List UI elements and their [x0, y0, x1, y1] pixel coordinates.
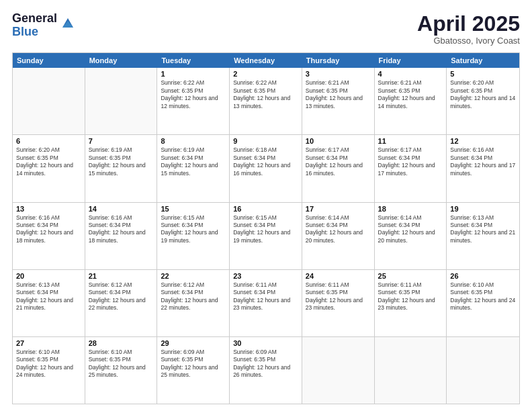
day-number: 27	[16, 339, 81, 347]
calendar-cell	[13, 68, 85, 134]
day-number: 16	[233, 205, 298, 213]
calendar-cell: 12Sunrise: 6:16 AM Sunset: 6:34 PM Dayli…	[447, 135, 519, 201]
cell-text: Sunrise: 6:20 AM Sunset: 6:35 PM Dayligh…	[16, 146, 73, 176]
cell-text: Sunrise: 6:16 AM Sunset: 6:34 PM Dayligh…	[450, 146, 515, 176]
cell-text: Sunrise: 6:12 AM Sunset: 6:34 PM Dayligh…	[89, 281, 146, 311]
cell-text: Sunrise: 6:09 AM Sunset: 6:35 PM Dayligh…	[161, 349, 218, 378]
day-number: 6	[16, 137, 81, 145]
logo-icon	[60, 15, 75, 30]
calendar-cell: 13Sunrise: 6:16 AM Sunset: 6:34 PM Dayli…	[13, 203, 85, 269]
day-number: 23	[233, 272, 298, 280]
cell-text: Sunrise: 6:19 AM Sunset: 6:35 PM Dayligh…	[89, 146, 146, 176]
calendar-cell: 25Sunrise: 6:11 AM Sunset: 6:35 PM Dayli…	[375, 270, 447, 336]
cell-text: Sunrise: 6:22 AM Sunset: 6:35 PM Dayligh…	[233, 79, 290, 109]
cell-text: Sunrise: 6:12 AM Sunset: 6:34 PM Dayligh…	[161, 281, 218, 311]
calendar-row: 6Sunrise: 6:20 AM Sunset: 6:35 PM Daylig…	[13, 135, 519, 202]
day-number: 1	[161, 70, 226, 78]
calendar-cell: 28Sunrise: 6:10 AM Sunset: 6:35 PM Dayli…	[85, 337, 158, 404]
cell-text: Sunrise: 6:21 AM Sunset: 6:35 PM Dayligh…	[306, 79, 363, 109]
calendar-cell: 1Sunrise: 6:22 AM Sunset: 6:35 PM Daylig…	[157, 68, 230, 134]
day-number: 21	[89, 272, 154, 280]
day-number: 22	[161, 272, 226, 280]
cell-text: Sunrise: 6:09 AM Sunset: 6:35 PM Dayligh…	[233, 349, 290, 378]
calendar-cell: 21Sunrise: 6:12 AM Sunset: 6:34 PM Dayli…	[85, 270, 158, 336]
cell-text: Sunrise: 6:10 AM Sunset: 6:35 PM Dayligh…	[16, 349, 73, 378]
calendar-cell: 15Sunrise: 6:15 AM Sunset: 6:34 PM Dayli…	[157, 203, 230, 269]
cell-text: Sunrise: 6:13 AM Sunset: 6:34 PM Dayligh…	[450, 214, 515, 244]
day-number: 30	[233, 339, 298, 347]
calendar: SundayMondayTuesdayWednesdayThursdayFrid…	[12, 52, 520, 404]
logo: General Blue	[12, 12, 75, 39]
calendar-header-cell: Saturday	[447, 53, 519, 68]
cell-text: Sunrise: 6:20 AM Sunset: 6:35 PM Dayligh…	[450, 79, 515, 109]
day-number: 25	[378, 272, 443, 280]
calendar-cell: 6Sunrise: 6:20 AM Sunset: 6:35 PM Daylig…	[13, 135, 85, 201]
calendar-cell: 27Sunrise: 6:10 AM Sunset: 6:35 PM Dayli…	[13, 337, 85, 404]
day-number: 8	[161, 137, 226, 145]
cell-text: Sunrise: 6:17 AM Sunset: 6:34 PM Dayligh…	[306, 146, 363, 176]
calendar-cell: 26Sunrise: 6:10 AM Sunset: 6:35 PM Dayli…	[447, 270, 519, 336]
calendar-cell	[302, 337, 375, 404]
calendar-row: 27Sunrise: 6:10 AM Sunset: 6:35 PM Dayli…	[13, 337, 519, 404]
cell-text: Sunrise: 6:10 AM Sunset: 6:35 PM Dayligh…	[450, 281, 515, 311]
day-number: 15	[161, 205, 226, 213]
cell-text: Sunrise: 6:13 AM Sunset: 6:34 PM Dayligh…	[16, 281, 73, 311]
calendar-cell: 24Sunrise: 6:11 AM Sunset: 6:35 PM Dayli…	[302, 270, 375, 336]
calendar-cell: 11Sunrise: 6:17 AM Sunset: 6:34 PM Dayli…	[375, 135, 447, 201]
day-number: 2	[233, 70, 298, 78]
cell-text: Sunrise: 6:19 AM Sunset: 6:34 PM Dayligh…	[161, 146, 218, 176]
cell-text: Sunrise: 6:16 AM Sunset: 6:34 PM Dayligh…	[16, 214, 73, 244]
cell-text: Sunrise: 6:18 AM Sunset: 6:34 PM Dayligh…	[233, 146, 290, 176]
logo-general: General	[12, 12, 57, 26]
calendar-cell: 18Sunrise: 6:14 AM Sunset: 6:34 PM Dayli…	[375, 203, 447, 269]
calendar-cell: 4Sunrise: 6:21 AM Sunset: 6:35 PM Daylig…	[375, 68, 447, 134]
calendar-cell: 2Sunrise: 6:22 AM Sunset: 6:35 PM Daylig…	[230, 68, 302, 134]
day-number: 7	[89, 137, 154, 145]
cell-text: Sunrise: 6:14 AM Sunset: 6:34 PM Dayligh…	[306, 214, 363, 244]
day-number: 11	[378, 137, 443, 145]
day-number: 3	[306, 70, 371, 78]
calendar-cell: 19Sunrise: 6:13 AM Sunset: 6:34 PM Dayli…	[447, 203, 519, 269]
subtitle: Gbatosso, Ivory Coast	[417, 36, 520, 46]
calendar-cell: 9Sunrise: 6:18 AM Sunset: 6:34 PM Daylig…	[230, 135, 302, 201]
day-number: 20	[16, 272, 81, 280]
main-title: April 2025	[417, 12, 520, 36]
day-number: 13	[16, 205, 81, 213]
title-block: April 2025 Gbatosso, Ivory Coast	[417, 12, 520, 46]
calendar-cell: 23Sunrise: 6:11 AM Sunset: 6:34 PM Dayli…	[230, 270, 302, 336]
cell-text: Sunrise: 6:15 AM Sunset: 6:34 PM Dayligh…	[161, 214, 218, 244]
calendar-cell: 22Sunrise: 6:12 AM Sunset: 6:34 PM Dayli…	[157, 270, 230, 336]
calendar-cell: 16Sunrise: 6:15 AM Sunset: 6:34 PM Dayli…	[230, 203, 302, 269]
calendar-header-cell: Wednesday	[230, 53, 302, 68]
cell-text: Sunrise: 6:14 AM Sunset: 6:34 PM Dayligh…	[378, 214, 435, 244]
day-number: 12	[450, 137, 516, 145]
cell-text: Sunrise: 6:10 AM Sunset: 6:35 PM Dayligh…	[89, 349, 146, 378]
logo-blue: Blue	[12, 26, 57, 39]
calendar-cell: 5Sunrise: 6:20 AM Sunset: 6:35 PM Daylig…	[447, 68, 519, 134]
cell-text: Sunrise: 6:11 AM Sunset: 6:34 PM Dayligh…	[233, 281, 290, 311]
calendar-cell: 29Sunrise: 6:09 AM Sunset: 6:35 PM Dayli…	[157, 337, 230, 404]
cell-text: Sunrise: 6:11 AM Sunset: 6:35 PM Dayligh…	[306, 281, 363, 311]
page: General Blue April 2025 Gbatosso, Ivory …	[0, 0, 532, 411]
day-number: 24	[306, 272, 371, 280]
day-number: 26	[450, 272, 516, 280]
cell-text: Sunrise: 6:16 AM Sunset: 6:34 PM Dayligh…	[89, 214, 146, 244]
day-number: 4	[378, 70, 443, 78]
calendar-cell: 10Sunrise: 6:17 AM Sunset: 6:34 PM Dayli…	[302, 135, 375, 201]
calendar-row: 13Sunrise: 6:16 AM Sunset: 6:34 PM Dayli…	[13, 203, 519, 270]
calendar-cell: 14Sunrise: 6:16 AM Sunset: 6:34 PM Dayli…	[85, 203, 158, 269]
calendar-header: SundayMondayTuesdayWednesdayThursdayFrid…	[13, 53, 519, 68]
calendar-cell: 3Sunrise: 6:21 AM Sunset: 6:35 PM Daylig…	[302, 68, 375, 134]
day-number: 19	[450, 205, 516, 213]
svg-marker-1	[62, 21, 73, 28]
day-number: 14	[89, 205, 154, 213]
calendar-cell: 20Sunrise: 6:13 AM Sunset: 6:34 PM Dayli…	[13, 270, 85, 336]
calendar-row: 20Sunrise: 6:13 AM Sunset: 6:34 PM Dayli…	[13, 270, 519, 337]
day-number: 10	[306, 137, 371, 145]
calendar-header-cell: Tuesday	[157, 53, 230, 68]
calendar-header-cell: Thursday	[302, 53, 375, 68]
day-number: 9	[233, 137, 298, 145]
calendar-cell	[447, 337, 519, 404]
calendar-cell	[85, 68, 158, 134]
calendar-cell: 7Sunrise: 6:19 AM Sunset: 6:35 PM Daylig…	[85, 135, 158, 201]
